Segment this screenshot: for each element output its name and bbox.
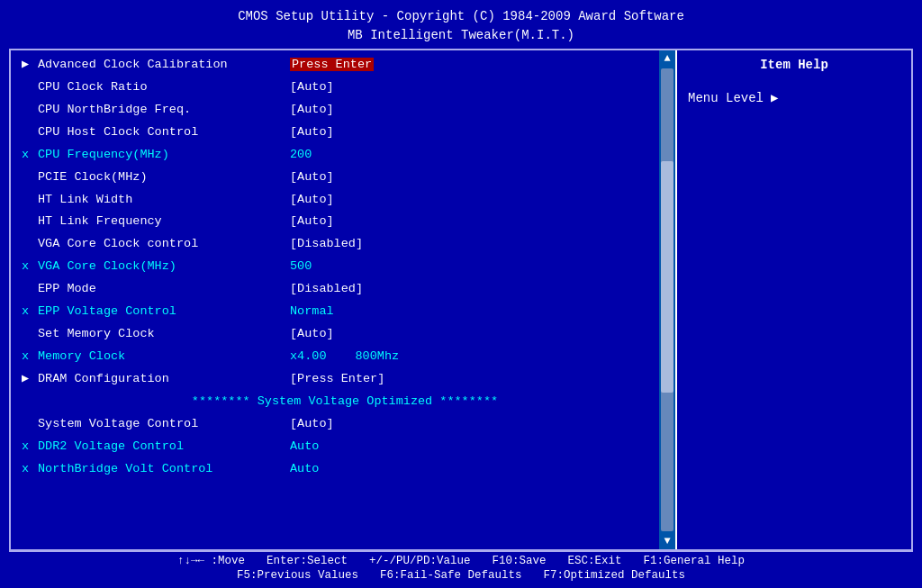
setting-value-cpu-northbridge-freq: [Auto] <box>290 101 334 120</box>
status-item: ↑↓→← :Move <box>177 555 245 567</box>
setting-value-ht-link-width: [Auto] <box>290 191 334 210</box>
status-item: Enter:Select <box>267 555 348 567</box>
status-bar: ↑↓→← :MoveEnter:Select+/-/PU/PD:ValueF10… <box>9 551 913 584</box>
setting-value-epp-voltage-control: Normal <box>290 303 334 321</box>
setting-row-system-voltage-optimized[interactable]: ******** System Voltage Optimized ******… <box>11 391 675 413</box>
setting-value-advanced-clock-calibration: Press Enter <box>290 56 374 75</box>
setting-value-ddr2-voltage-control: Auto <box>290 438 319 457</box>
setting-label-system-voltage-optimized: ******** System Voltage Optimized ******… <box>22 393 668 412</box>
status-row-2: F5:Previous ValuesF6:Fail-Safe DefaultsF… <box>16 569 906 582</box>
status-item: F10:Save <box>493 555 547 567</box>
status-item: +/-/PU/PD:Value <box>369 555 471 567</box>
setting-row-dram-configuration[interactable]: ▶ DRAM Configuration[Press Enter] <box>11 368 675 391</box>
setting-row-advanced-clock-calibration[interactable]: ▶ Advanced Clock CalibrationPress Enter <box>11 54 675 77</box>
setting-label-cpu-northbridge-freq: CPU NorthBridge Freq. <box>38 101 290 120</box>
setting-row-ht-link-width[interactable]: HT Link Width[Auto] <box>11 189 675 212</box>
setting-label-system-voltage-control: System Voltage Control <box>38 415 290 434</box>
setting-label-cpu-frequency-mhz: CPU Frequency(MHz) <box>38 146 290 165</box>
setting-value-ht-link-frequency: [Auto] <box>290 213 334 231</box>
row-arrow-epp-voltage-control: x <box>22 303 38 321</box>
setting-row-vga-core-clock-control[interactable]: VGA Core Clock control[Disabled] <box>11 233 675 256</box>
setting-value-system-voltage-control: [Auto] <box>290 415 334 434</box>
setting-value-vga-core-clock-control: [Disabled] <box>290 235 363 254</box>
row-arrow-dram-configuration: ▶ <box>22 370 38 389</box>
setting-label-memory-clock: Memory Clock <box>38 348 290 366</box>
status-item: F6:Fail-Safe Defaults <box>380 569 522 582</box>
setting-row-cpu-northbridge-freq[interactable]: CPU NorthBridge Freq.[Auto] <box>11 99 675 122</box>
setting-row-cpu-clock-ratio[interactable]: CPU Clock Ratio[Auto] <box>11 77 675 99</box>
setting-row-cpu-host-clock-control[interactable]: CPU Host Clock Control[Auto] <box>11 122 675 144</box>
setting-row-vga-core-clock-mhz[interactable]: x VGA Core Clock(MHz)500 <box>11 256 675 278</box>
row-arrow-advanced-clock-calibration: ▶ <box>22 56 38 75</box>
setting-value-set-memory-clock: [Auto] <box>290 325 334 344</box>
scrollbar[interactable]: ▲ ▼ <box>659 50 675 549</box>
setting-row-memory-clock[interactable]: x Memory Clockx4.00800Mhz <box>11 346 675 368</box>
status-item: F7:Optimized Defaults <box>544 569 686 582</box>
setting-value-memory-clock: x4.00 <box>290 348 327 366</box>
row-arrow-cpu-frequency-mhz: x <box>22 146 38 165</box>
setting-value-cpu-frequency-mhz: 200 <box>290 146 312 165</box>
setting-row-ht-link-frequency[interactable]: HT Link Frequency[Auto] <box>11 211 675 233</box>
status-item: F5:Previous Values <box>237 569 358 582</box>
status-row-1: ↑↓→← :MoveEnter:Select+/-/PU/PD:ValueF10… <box>16 555 906 567</box>
setting-row-cpu-frequency-mhz[interactable]: x CPU Frequency(MHz)200 <box>11 144 675 167</box>
scroll-up-arrow[interactable]: ▲ <box>659 50 675 67</box>
setting-label-epp-mode: EPP Mode <box>38 280 290 299</box>
setting-value-pcie-clock-mhz: [Auto] <box>290 168 334 187</box>
scrollbar-thumb <box>661 161 673 393</box>
menu-level-arrow: ▶ <box>771 90 778 105</box>
setting-value-dram-configuration: [Press Enter] <box>290 370 384 389</box>
settings-list: ▶ Advanced Clock CalibrationPress Enter … <box>11 54 675 481</box>
setting-label-ht-link-frequency: HT Link Frequency <box>38 213 290 231</box>
setting-label-northbridge-volt-control: NorthBridge Volt Control <box>38 460 290 479</box>
setting-label-ddr2-voltage-control: DDR2 Voltage Control <box>38 438 290 457</box>
setting-label-set-memory-clock: Set Memory Clock <box>38 325 290 344</box>
setting-value-epp-mode: [Disabled] <box>290 280 363 299</box>
setting-label-ht-link-width: HT Link Width <box>38 191 290 210</box>
setting-label-dram-configuration: DRAM Configuration <box>38 370 290 389</box>
help-panel: Item Help Menu Level ▶ <box>677 50 911 549</box>
help-panel-title: Item Help <box>688 58 900 76</box>
help-menu-level: Menu Level ▶ <box>688 90 900 105</box>
row-arrow-memory-clock: x <box>22 348 38 366</box>
title-line2: MB Intelligent Tweaker(M.I.T.) <box>0 26 922 45</box>
menu-level-label: Menu Level <box>688 91 764 105</box>
status-item: F1:General Help <box>644 555 746 567</box>
highlighted-value: Press Enter <box>290 58 374 71</box>
setting-label-cpu-clock-ratio: CPU Clock Ratio <box>38 78 290 97</box>
setting-row-epp-voltage-control[interactable]: x EPP Voltage ControlNormal <box>11 301 675 323</box>
setting-value-cpu-clock-ratio: [Auto] <box>290 78 334 97</box>
setting-label-pcie-clock-mhz: PCIE Clock(MHz) <box>38 168 290 187</box>
setting-row-epp-mode[interactable]: EPP Mode[Disabled] <box>11 278 675 301</box>
setting-row-ddr2-voltage-control[interactable]: x DDR2 Voltage ControlAuto <box>11 436 675 458</box>
setting-value-cpu-host-clock-control: [Auto] <box>290 123 334 142</box>
scrollbar-track <box>661 68 673 531</box>
bios-screen: CMOS Setup Utility - Copyright (C) 1984-… <box>0 0 922 588</box>
setting-value-vga-core-clock-mhz: 500 <box>290 258 312 276</box>
row-arrow-vga-core-clock-mhz: x <box>22 258 38 276</box>
setting-label-cpu-host-clock-control: CPU Host Clock Control <box>38 123 290 142</box>
row-arrow-northbridge-volt-control: x <box>22 460 38 479</box>
settings-panel: ▶ Advanced Clock CalibrationPress Enter … <box>11 50 677 549</box>
setting-label-epp-voltage-control: EPP Voltage Control <box>38 303 290 321</box>
status-item: ESC:Exit <box>568 555 622 567</box>
scroll-down-arrow[interactable]: ▼ <box>659 533 675 549</box>
title-bar: CMOS Setup Utility - Copyright (C) 1984-… <box>0 0 922 49</box>
row-arrow-ddr2-voltage-control: x <box>22 438 38 457</box>
setting-row-pcie-clock-mhz[interactable]: PCIE Clock(MHz)[Auto] <box>11 167 675 189</box>
title-line1: CMOS Setup Utility - Copyright (C) 1984-… <box>0 7 922 26</box>
setting-label-vga-core-clock-control: VGA Core Clock control <box>38 235 290 254</box>
setting-row-northbridge-volt-control[interactable]: x NorthBridge Volt ControlAuto <box>11 458 675 481</box>
setting-label-advanced-clock-calibration: Advanced Clock Calibration <box>38 56 290 75</box>
setting-row-system-voltage-control[interactable]: System Voltage Control[Auto] <box>11 413 675 436</box>
setting-label-vga-core-clock-mhz: VGA Core Clock(MHz) <box>38 258 290 276</box>
setting-value2-memory-clock: 800Mhz <box>356 348 400 366</box>
setting-row-set-memory-clock[interactable]: Set Memory Clock[Auto] <box>11 323 675 346</box>
setting-value-northbridge-volt-control: Auto <box>290 460 319 479</box>
